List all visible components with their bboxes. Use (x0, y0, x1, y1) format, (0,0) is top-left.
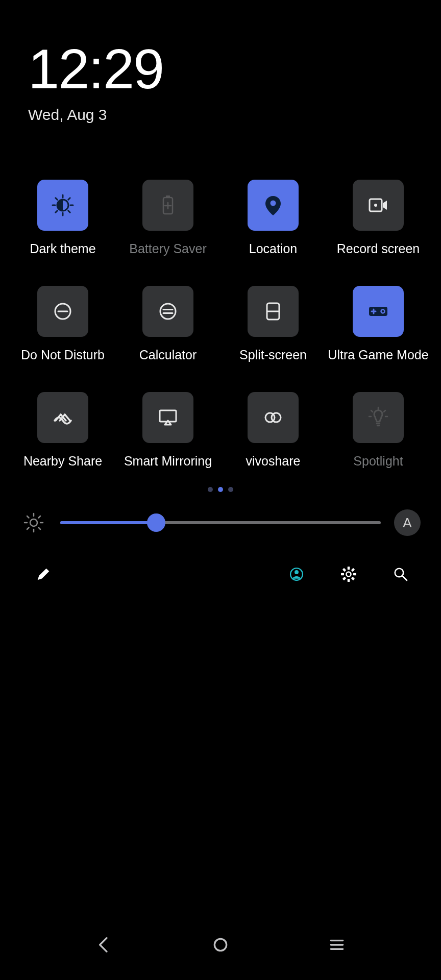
qs-tile-label: Record screen (337, 241, 420, 272)
ultra-game-icon (353, 286, 404, 337)
pager-dot (208, 487, 213, 492)
qs-tile-label: Do Not Disturb (21, 347, 105, 378)
qs-tile-smart-mirror[interactable]: Smart Mirroring (115, 392, 220, 484)
spotlight-icon (353, 392, 404, 443)
qs-tile-nearby-share[interactable]: Nearby Share (10, 392, 115, 484)
clock-time: 12:29 (28, 41, 441, 97)
qs-tile-ultra-game[interactable]: Ultra Game Mode (326, 286, 431, 378)
user-button[interactable] (282, 559, 311, 589)
qs-tile-spotlight[interactable]: Spotlight (326, 392, 431, 484)
qs-tile-split-screen[interactable]: Split-screen (220, 286, 326, 378)
pager-dot (228, 487, 233, 492)
dark-theme-icon (37, 180, 88, 231)
vivoshare-icon (248, 392, 299, 443)
navigation-bar (0, 919, 441, 980)
battery-saver-icon (142, 180, 193, 231)
qs-tile-record-screen[interactable]: Record screen (326, 180, 431, 272)
nav-recent-button[interactable] (316, 924, 357, 965)
edit-button[interactable] (29, 559, 58, 589)
qs-tile-location[interactable]: Location (220, 180, 326, 272)
qs-tile-vivoshare[interactable]: vivoshare (220, 392, 326, 484)
qs-tile-label: Nearby Share (23, 453, 102, 484)
qs-tile-dnd[interactable]: Do Not Disturb (10, 286, 115, 378)
page-indicator (0, 487, 441, 492)
settings-button[interactable] (334, 559, 363, 589)
qs-tile-grid: Dark themeBattery SaverLocationRecord sc… (0, 124, 441, 484)
location-icon (248, 180, 299, 231)
nav-home-button[interactable] (200, 924, 241, 965)
qs-tile-label: Spotlight (353, 453, 403, 484)
calculator-icon (142, 286, 193, 337)
pager-dot (218, 487, 223, 492)
brightness-slider[interactable] (60, 512, 381, 533)
split-screen-icon (248, 286, 299, 337)
qs-tile-dark-theme[interactable]: Dark theme (10, 180, 115, 272)
qs-tile-label: Calculator (139, 347, 197, 378)
brightness-icon (20, 509, 47, 536)
qs-tile-label: Split-screen (239, 347, 307, 378)
nearby-share-icon (37, 392, 88, 443)
qs-tile-calculator[interactable]: Calculator (115, 286, 220, 378)
nav-back-button[interactable] (84, 924, 125, 965)
brightness-row: A (20, 509, 421, 536)
auto-brightness-button[interactable]: A (394, 509, 421, 536)
qs-tile-battery-saver[interactable]: Battery Saver (115, 180, 220, 272)
qs-header: 12:29 Wed, Aug 3 (0, 0, 441, 124)
qs-tile-label: Ultra Game Mode (328, 347, 428, 378)
search-button[interactable] (386, 559, 415, 589)
clock-date: Wed, Aug 3 (28, 106, 441, 124)
qs-tile-label: Battery Saver (129, 241, 206, 272)
qs-tile-label: vivoshare (246, 453, 301, 484)
smart-mirror-icon (142, 392, 193, 443)
qs-tile-label: Dark theme (30, 241, 95, 272)
dnd-icon (37, 286, 88, 337)
qs-tile-label: Location (249, 241, 298, 272)
qs-action-row (0, 536, 441, 589)
qs-tile-label: Smart Mirroring (124, 453, 212, 484)
record-screen-icon (353, 180, 404, 231)
